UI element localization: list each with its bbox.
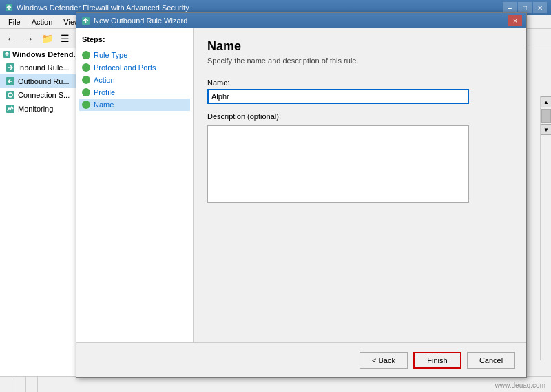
- connection-icon: [6, 90, 15, 100]
- step-link-profile[interactable]: Profile: [94, 88, 115, 96]
- dialog-footer: < Back Finish Cancel: [76, 342, 526, 377]
- name-field-group: Name:: [207, 79, 512, 104]
- main-close-button[interactable]: ✕: [533, 2, 547, 13]
- step-dot-rule-type: [82, 51, 90, 59]
- step-rule-type: Rule Type: [82, 49, 187, 61]
- description-label: Description (optional):: [207, 112, 512, 121]
- dialog-window: New Outbound Rule Wizard × Steps: Rule T…: [76, 12, 527, 378]
- inbound-icon: [6, 63, 15, 72]
- step-link-rule-type[interactable]: Rule Type: [94, 51, 127, 59]
- description-input[interactable]: [207, 125, 469, 203]
- watermark: www.deuaq.com: [495, 382, 545, 389]
- dialog-body: Steps: Rule Type Protocol and Ports Acti…: [76, 28, 526, 342]
- content-heading: Name: [207, 39, 512, 54]
- step-dot-name: [82, 101, 90, 109]
- step-dot-profile: [82, 88, 90, 96]
- back-button[interactable]: < Back: [360, 352, 408, 369]
- dialog-icon: [81, 16, 90, 25]
- dialog-title: New Outbound Rule Wizard: [94, 17, 508, 25]
- name-label: Name:: [207, 79, 512, 87]
- step-link-protocol-ports[interactable]: Protocol and Ports: [94, 63, 156, 72]
- description-field-group: Description (optional):: [207, 112, 512, 205]
- status-segment-1: [3, 377, 14, 392]
- step-protocol-ports: Protocol and Ports: [82, 61, 187, 74]
- properties-toolbar-button[interactable]: ☰: [56, 31, 73, 46]
- menu-file[interactable]: File: [3, 17, 26, 28]
- outbound-icon: [6, 76, 15, 86]
- status-segment-2: [14, 377, 26, 392]
- main-window-title: Windows Defender Firewall with Advanced …: [17, 3, 503, 12]
- svg-rect-4: [6, 91, 14, 99]
- sidebar-root-icon: [3, 50, 11, 59]
- sidebar-item-inbound-label: Inbound Rule...: [18, 63, 70, 72]
- dialog-close-button[interactable]: ×: [508, 15, 522, 26]
- status-segment-3: [26, 377, 38, 392]
- step-action: Action: [82, 74, 187, 86]
- menu-action[interactable]: Action: [26, 17, 59, 28]
- cancel-button[interactable]: Cancel: [467, 352, 515, 369]
- sidebar-item-outbound-label: Outbound Ru...: [18, 77, 70, 85]
- forward-toolbar-button[interactable]: →: [21, 31, 37, 46]
- step-name: Name: [79, 99, 190, 111]
- scrollbar-thumb[interactable]: [541, 109, 551, 123]
- content-subtitle: Specify the name and description of this…: [207, 56, 512, 65]
- main-titlebar-buttons: ‒ □ ✕: [503, 2, 547, 13]
- scroll-up-arrow[interactable]: ▲: [541, 96, 551, 107]
- dialog-titlebar: New Outbound Rule Wizard ×: [76, 13, 526, 28]
- content-panel: Name Specify the name and description of…: [194, 28, 526, 342]
- monitoring-icon: [6, 104, 15, 114]
- steps-panel: Steps: Rule Type Protocol and Ports Acti…: [76, 28, 194, 342]
- back-toolbar-button[interactable]: ←: [3, 31, 19, 46]
- sidebar-item-monitoring-label: Monitoring: [18, 105, 53, 113]
- step-link-name[interactable]: Name: [94, 101, 114, 109]
- minimize-button[interactable]: ‒: [503, 2, 517, 13]
- step-profile: Profile: [82, 86, 187, 99]
- step-dot-action: [82, 76, 90, 84]
- name-input[interactable]: [207, 89, 469, 104]
- finish-button[interactable]: Finish: [413, 352, 461, 369]
- maximize-button[interactable]: □: [518, 2, 532, 13]
- main-window: Windows Defender Firewall with Advanced …: [0, 0, 551, 392]
- main-window-icon: [4, 3, 14, 12]
- folder-toolbar-button[interactable]: 📁: [39, 31, 55, 46]
- steps-label: Steps:: [82, 35, 187, 43]
- right-scrollbar: ▲ ▼: [540, 96, 551, 360]
- scroll-down-arrow[interactable]: ▼: [541, 124, 551, 135]
- sidebar-root-label: Windows Defend...: [12, 50, 80, 59]
- step-link-action[interactable]: Action: [94, 76, 115, 84]
- sidebar-item-connection-label: Connection S...: [18, 91, 70, 99]
- status-bar: [0, 376, 551, 392]
- step-dot-protocol-ports: [82, 63, 90, 72]
